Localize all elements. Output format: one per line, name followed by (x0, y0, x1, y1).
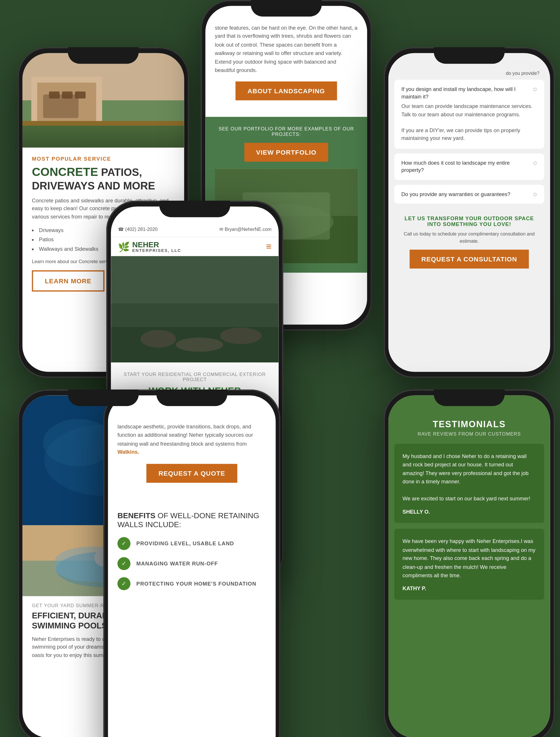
svg-rect-20 (111, 256, 278, 362)
phone-faq: do you provide? If you design and instal… (384, 47, 555, 378)
svg-rect-4 (43, 94, 79, 118)
phone1-title-bold: CONCRETE (32, 165, 98, 178)
phone3-faq-1-answer: Our team can provide landscape maintenan… (401, 103, 533, 143)
phone1-learn-more-button[interactable]: LEARN MORE (32, 270, 105, 291)
phone3-cta-section: LET US TRANSFORM YOUR OUTDOOR SPACE INTO… (394, 209, 544, 276)
phone7-testimonial-2: We have been very happy with Neher Enter… (394, 529, 544, 600)
phone3-faq-1-content: If you design and install my landscape, … (401, 86, 533, 143)
phone1-service-label: MOST POPULAR SERVICE (32, 156, 175, 162)
svg-rect-5 (49, 92, 60, 99)
phone7-inner: TESTIMONIALS RAVE REVIEWS FROM OUR CUSTO… (388, 396, 550, 737)
phone3-screen: do you provide? If you design and instal… (388, 53, 550, 372)
phone7-testimonial-1: My husband and I chose Neher to do a ret… (394, 444, 544, 523)
phone7-review-2-text: We have been very happy with Neher Enter… (403, 537, 536, 580)
phone6-check-icon-1: ✓ (117, 537, 130, 550)
phone7-header: TESTIMONIALS RAVE REVIEWS FROM OUR CUSTO… (388, 413, 550, 444)
phone6-benefit-1: ✓ PROVIDING LEVEL, USABLE LAND (117, 537, 266, 550)
phone6-benefits-title-bold: BENEFITS (117, 511, 155, 520)
phone4-menu-icon[interactable]: ≡ (266, 241, 272, 252)
phone6-text-area: landscape aesthetic, provide transitions… (108, 413, 276, 502)
phone-retaining-wall: landscape aesthetic, provide transitions… (103, 390, 280, 737)
phone6-watkins-link[interactable]: Watkins. (117, 449, 139, 455)
phone4-topbar: ☎ (402) 281-2020 ✉ Bryan@NeherNE.com (111, 207, 278, 238)
phone4-neher: NEHER (132, 241, 181, 248)
phone6-benefits-title: BENEFITS OF WELL-DONE RETAINING WALLS IN… (117, 511, 266, 529)
phone6-body-text-content: landscape aesthetic, provide transitions… (117, 424, 253, 447)
phone3-faq-3-question: Do you provide any warranties or guarant… (401, 191, 533, 198)
phone7-testimonials-title: TESTIMONIALS (398, 419, 541, 429)
phone6-benefit-2: ✓ MANAGING WATER RUN-OFF (117, 557, 266, 570)
phone2-button-wrap: ABOUT LANDSCAPING (215, 82, 358, 101)
phone4-navbar: 🌿 NEHER ENTERPRISES, LLC ≡ (111, 237, 278, 256)
phone4-company-name: NEHER ENTERPRISES, LLC (132, 241, 181, 252)
phone2-view-portfolio-button[interactable]: VIEW PORTFOLIO (244, 143, 328, 162)
phone3-partial-question: do you provide? (394, 71, 544, 80)
phone1-patio-image (22, 53, 184, 148)
phone7-screen: TESTIMONIALS RAVE REVIEWS FROM OUR CUSTO… (388, 396, 550, 737)
phone6-benefit-1-text: PROVIDING LEVEL, USABLE LAND (136, 540, 234, 546)
phone6-benefit-3-text: PROTECTING YOUR HOME'S FOUNDATION (136, 580, 257, 586)
phone4-section-label: START YOUR RESIDENTIAL OR COMMERCIAL EXT… (120, 372, 269, 383)
phone1-hero-image (22, 53, 184, 148)
phone1-title: CONCRETE PATIOS, DRIVEWAYS AND MORE (32, 165, 175, 192)
phone6-body-text: landscape aesthetic, provide transitions… (117, 423, 266, 457)
phone6-inner: landscape aesthetic, provide transitions… (108, 396, 276, 737)
phone6-check-icon-3: ✓ (117, 577, 130, 590)
phone7-reviewer-2: KATHY P. (403, 586, 536, 592)
phone4-company-sub: ENTERPRISES, LLC (132, 248, 181, 252)
svg-rect-9 (22, 121, 184, 126)
phone4-email: ✉ Bryan@NeherNE.com (219, 227, 272, 232)
svg-rect-7 (75, 92, 86, 99)
phone2-about-landscaping-button[interactable]: ABOUT LANDSCAPING (236, 82, 337, 101)
phone6-button-wrap: REQUEST A QUOTE (117, 464, 266, 483)
phone3-cta-description: Call us today to schedule your complimen… (401, 231, 537, 245)
phone6-benefit-3: ✓ PROTECTING YOUR HOME'S FOUNDATION (117, 577, 266, 590)
phone7-reviewer-1: SHELLY O. (403, 509, 536, 515)
phone-testimonials: TESTIMONIALS RAVE REVIEWS FROM OUR CUSTO… (384, 390, 555, 737)
phone6-request-quote-button[interactable]: REQUEST A QUOTE (147, 464, 237, 483)
phone3-faq-1-question: If you design and install my landscape, … (401, 86, 533, 100)
phones-wrapper: MOST POPULAR SERVICE CONCRETE PATIOS, DR… (0, 0, 560, 737)
phone3-inner: do you provide? If you design and instal… (388, 53, 550, 372)
phone7-review-1-text: My husband and I chose Neher to do a ret… (403, 452, 536, 503)
phone3-faq-item-3[interactable]: Do you provide any warranties or guarant… (394, 185, 544, 204)
phone2-text-area: stone features, can be hard on the eye. … (205, 6, 367, 117)
phone4-hero: TRANSFORM YOUR OUTDOOR SPACES REQUEST A … (111, 256, 278, 362)
phone6-benefits-section: BENEFITS OF WELL-DONE RETAINING WALLS IN… (108, 502, 276, 607)
phone4-logo-icon: 🌿 (118, 241, 130, 252)
phone6-check-icon-2: ✓ (117, 557, 130, 570)
phone3-faq-3-icon: ○ (533, 191, 537, 198)
phone3-faq-item-1: If you design and install my landscape, … (394, 80, 544, 149)
phone6-screen: landscape aesthetic, provide transitions… (108, 396, 276, 737)
phone7-testimonials-subtitle: RAVE REVIEWS FROM OUR CUSTOMERS (398, 432, 541, 437)
svg-rect-6 (62, 92, 73, 99)
phone3-faq-2-icon: ○ (533, 159, 537, 166)
phone4-logo: 🌿 NEHER ENTERPRISES, LLC (118, 241, 181, 252)
phone3-cta-label: LET US TRANSFORM YOUR OUTDOOR SPACE INTO… (401, 216, 537, 227)
phone6-benefit-2-text: MANAGING WATER RUN-OFF (136, 561, 218, 567)
phone4-phone-number: ☎ (402) 281-2020 (118, 227, 157, 232)
phone3-faq-item-2[interactable]: How much does it cost to landscape my en… (394, 153, 544, 180)
svg-rect-8 (22, 124, 184, 148)
phone3-request-consultation-button[interactable]: REQUEST A CONSULTATION (409, 250, 529, 269)
phone3-faq-1-icon: ○ (533, 86, 537, 93)
phone2-body-text: stone features, can be hard on the eye. … (215, 24, 358, 75)
phone2-portfolio-label: SEE OUR PORTFOLIO FOR MORE EXAMPLES OF O… (215, 126, 358, 137)
phone3-faq-2-question: How much does it cost to landscape my en… (401, 159, 533, 174)
